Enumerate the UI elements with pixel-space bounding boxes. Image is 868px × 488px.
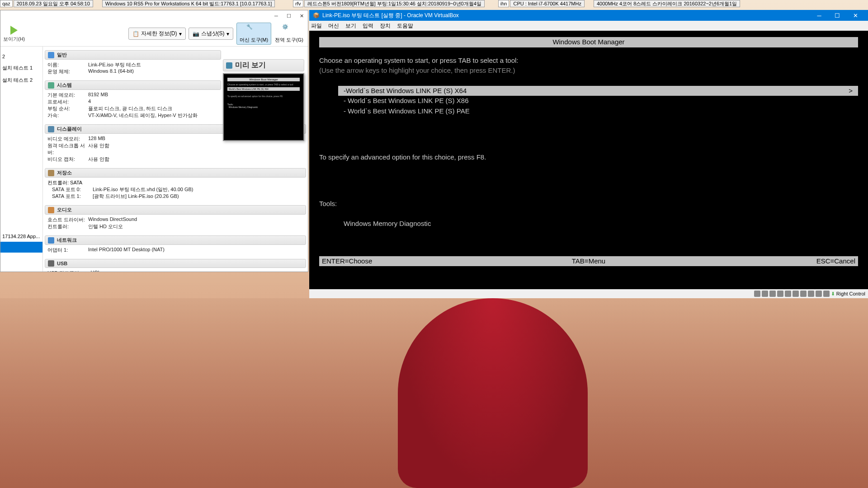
boot-tools-label: Tools:: [319, 199, 858, 209]
preview-panel: 미리 보기 Windows Boot Manager Choose an ope…: [223, 57, 304, 141]
section-system[interactable]: 시스템: [45, 80, 221, 90]
status-optical-icon[interactable]: [762, 291, 768, 297]
global-tools-label: 전역 도구(G): [275, 37, 303, 43]
status-shared-icon[interactable]: [793, 291, 799, 297]
machine-tools-icon: 🔧: [246, 24, 261, 37]
details-label: 자세한 정보(D): [141, 30, 177, 38]
kv-val: VT-X/AMD-V, 네스티드 페이징, Hyper-V 반가상화: [88, 112, 218, 119]
boot-instruction-2: (Use the arrow keys to highlight your ch…: [319, 66, 858, 76]
kv-key: 기본 메모리:: [47, 92, 88, 99]
vm-list-sidebar: 2 설치 테스트 1 설치 테스트 2 17134.228 App...: [0, 47, 43, 272]
network-icon: [48, 237, 54, 244]
kv-key: 운영 체제:: [47, 68, 88, 75]
close-button[interactable]: ✕: [299, 13, 304, 19]
boot-tool-0[interactable]: Windows Memory Diagnostic: [338, 219, 858, 229]
menu-file[interactable]: 파일: [311, 22, 322, 30]
status-cpu-icon[interactable]: [816, 291, 822, 297]
vm-maximize-button[interactable]: ☐: [828, 10, 846, 21]
preview-thumbnail[interactable]: Windows Boot Manager Choose an operating…: [223, 73, 304, 141]
vbox-titlebar[interactable]: ─ ☐ ✕: [0, 10, 308, 21]
host-key-label[interactable]: Right Control: [836, 291, 865, 296]
section-title: 일반: [57, 52, 67, 58]
status-audio-icon[interactable]: [769, 291, 776, 297]
status-display-icon[interactable]: [800, 291, 807, 297]
section-storage[interactable]: 저장소: [45, 168, 306, 178]
sidebar-item-selected[interactable]: [0, 242, 42, 253]
boot-f8-hint: To specify an advanced option for this c…: [319, 152, 858, 163]
global-tools-button[interactable]: ⚙️ 전역 도구(G): [275, 24, 303, 43]
kv-val: 4: [88, 99, 218, 105]
boot-instruction-1: Choose an operating system to start, or …: [319, 56, 858, 66]
kv-key: 호스트 드라이버:: [47, 216, 88, 223]
sidebar-item-1[interactable]: 설치 테스트 1: [0, 62, 42, 74]
status-hdd-icon[interactable]: [754, 291, 760, 297]
minimize-button[interactable]: ─: [274, 13, 279, 19]
snapshots-button[interactable]: 📷 스냅샷(S) ▾: [189, 28, 233, 40]
section-general[interactable]: 일반: [45, 50, 221, 60]
vbox-toolbar: 보이기(H) 📋 자세한 정보(D) ▾ 📷 스냅샷(S) ▾ 🔧 머신 도구(…: [0, 21, 308, 47]
section-preview[interactable]: 미리 보기: [223, 59, 304, 71]
vm-window-title: Link-PE.iso 부팅 테스트 [실행 중] - Oracle VM Vi…: [322, 12, 810, 19]
vm-statusbar: ⬇ Right Control: [309, 289, 868, 298]
machine-tools-button[interactable]: 🔧 머신 도구(M): [236, 23, 272, 45]
section-network[interactable]: 네트워크: [45, 235, 306, 245]
kv-val: 플로피 디스크, 광 디스크, 하드 디스크: [88, 105, 218, 112]
vm-titlebar[interactable]: 📦 Link-PE.iso 부팅 테스트 [실행 중] - Oracle VM …: [309, 10, 868, 21]
boot-manager-title: Windows Boot Manager: [319, 37, 858, 47]
boot-footer-tab: TAB=Menu: [500, 256, 677, 267]
general-icon: [48, 52, 54, 58]
infobar-label-2: rfv: [293, 0, 303, 7]
vm-minimize-button[interactable]: ─: [810, 10, 828, 21]
section-title: USB: [57, 261, 67, 266]
snapshot-icon: 📷: [193, 31, 199, 37]
boot-option-0[interactable]: - World`s Best Windows LINK PE (S) X64>: [338, 86, 858, 96]
dropdown-icon: ▾: [179, 31, 182, 37]
details-button[interactable]: 📋 자세한 정보(D) ▾: [128, 28, 186, 40]
boot-footer: ENTER=Choose TAB=Menu ESC=Cancel: [319, 256, 858, 267]
sidebar-item-3[interactable]: 17134.228 App...: [0, 231, 42, 242]
kv-val: Link-PE.iso 부팅 테스트.vhd (일반, 40.00 GB): [93, 186, 303, 193]
section-title: 네트워크: [57, 237, 77, 244]
status-usb-icon[interactable]: [785, 291, 791, 297]
vm-window: 📦 Link-PE.iso 부팅 테스트 [실행 중] - Oracle VM …: [309, 10, 868, 298]
section-title: 오디오: [57, 206, 72, 213]
status-mouse-icon[interactable]: [823, 291, 830, 297]
snapshots-label: 스냅샷(S): [201, 30, 225, 38]
status-network-icon[interactable]: [777, 291, 783, 297]
preview-icon: [226, 62, 232, 69]
start-label: 보이기(H): [3, 36, 25, 42]
infobar-1: Windows 10 RS5 Pro for Workstations K 64…: [102, 0, 275, 7]
vm-guest-screen[interactable]: Windows Boot Manager Choose an operating…: [309, 31, 868, 289]
kv-key: 어댑터 1:: [47, 247, 88, 253]
vm-close-button[interactable]: ✕: [846, 10, 864, 21]
infobar-2: 레드스톤5 버전1809[RTM년월] 부팅:1일15:30:46 설치:201…: [304, 0, 485, 7]
boot-option-1[interactable]: - World`s Best Windows LINK PE (S) X86: [338, 96, 858, 106]
infobar-4: 4000MHz 4코어 8스레드 스카이레이크 20160322~2년6개월1일: [594, 0, 740, 7]
kv-val: 사용 안함: [88, 156, 303, 163]
kv-key: 원격 데스크톱 서버:: [47, 142, 88, 156]
kv-key: 비디오 캡처:: [47, 156, 88, 163]
usb-icon: [48, 260, 54, 267]
menu-machine[interactable]: 머신: [328, 22, 339, 30]
boot-option-2[interactable]: - World`s Best Windows LINK PE (S) PAE: [338, 106, 858, 117]
maximize-button[interactable]: ☐: [286, 13, 292, 19]
kv-key: 가속:: [47, 112, 88, 119]
virtualbox-manager-window: ─ ☐ ✕ 보이기(H) 📋 자세한 정보(D) ▾ 📷 스냅샷(S) ▾ 🔧 …: [0, 10, 308, 272]
section-usb[interactable]: USB: [45, 259, 306, 268]
menu-help[interactable]: 도움말: [397, 22, 413, 30]
menu-view[interactable]: 보기: [345, 22, 356, 30]
start-vm-button[interactable]: 보이기(H): [3, 25, 25, 42]
sidebar-item-0[interactable]: 2: [0, 51, 42, 62]
boot-option-label: World`s Best Windows LINK PE (S) X86: [348, 97, 468, 104]
kv-val: [광학 드라이브] Link-PE.iso (20.26 GB): [93, 193, 303, 200]
menu-input[interactable]: 입력: [363, 22, 373, 30]
section-audio[interactable]: 오디오: [45, 205, 306, 215]
kv-key: SATA 포트 1:: [52, 193, 93, 200]
boot-option-label: World`s Best Windows LINK PE (S) X64: [346, 86, 849, 96]
dropdown-icon: ▾: [226, 31, 229, 37]
sidebar-item-2[interactable]: 설치 테스트 2: [0, 74, 42, 86]
status-recording-icon[interactable]: [808, 291, 814, 297]
menu-devices[interactable]: 장치: [380, 22, 391, 30]
kv-key: SATA 포트 0:: [52, 186, 93, 193]
kv-val: 사용 안함: [88, 142, 303, 156]
